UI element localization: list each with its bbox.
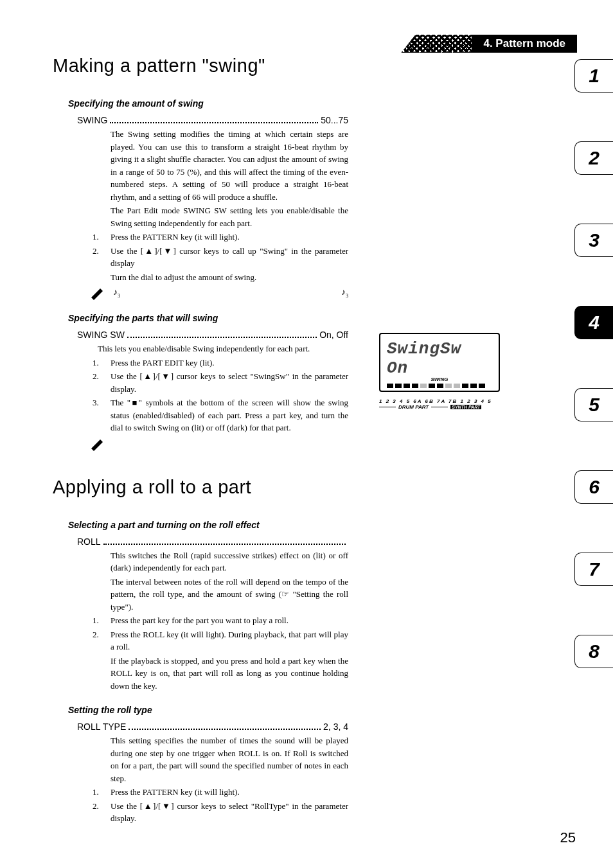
body-text: The interval between notes of the roll w… — [111, 576, 348, 614]
step-text: Press the PATTERN key (it will light). — [111, 231, 348, 244]
param-value: 50...75 — [321, 115, 348, 125]
section-title-roll: Applying a roll to a part — [53, 477, 348, 498]
leader-dots — [103, 544, 346, 545]
leader-dots — [127, 337, 317, 338]
step-text: The "■" symbols at the bottom of the scr… — [111, 396, 348, 434]
decorative-checker — [401, 35, 472, 53]
part-labels: DRUM PART SYNTH PART — [379, 404, 500, 410]
step-num: 1. — [93, 786, 111, 799]
param-value: On, Off — [319, 330, 348, 340]
tab-8[interactable]: 8 — [574, 635, 613, 668]
step-num — [93, 271, 111, 284]
main-column: Making a pattern "swing" Specifying the … — [53, 55, 348, 826]
param-swing: SWING 50...75 — [77, 115, 348, 125]
step-text: Press the PATTERN key (it will light). — [111, 786, 348, 799]
param-swing-sw: SWING SW On, Off — [77, 330, 348, 340]
body-text: This switches the Roll (rapid successive… — [111, 549, 348, 574]
leader-dots — [110, 122, 318, 123]
step-text: Press the part key for the part you want… — [111, 614, 348, 627]
chapter-tabs: 1 2 3 4 5 6 7 8 — [574, 59, 613, 717]
part-numbers: 1 2 3 4 5 6A 6B 7A 7B 1 2 3 4 5 — [379, 398, 500, 404]
note-icon — [90, 438, 107, 451]
tab-3[interactable]: 3 — [574, 224, 613, 257]
step-num: 2. — [93, 245, 111, 270]
page-number: 25 — [560, 829, 576, 846]
param-roll: ROLL — [77, 536, 348, 547]
body-text: The Swing setting modifies the timing at… — [111, 128, 348, 203]
step-num: 1. — [93, 357, 111, 369]
lcd-part-numbers: 1 2 3 4 5 6A 6B 7A 7B 1 2 3 4 5 DRUM PAR… — [379, 398, 500, 410]
param-roll-type: ROLL TYPE 2, 3, 4 — [77, 722, 348, 732]
leader-dots — [129, 729, 321, 730]
step-num: 1. — [93, 231, 111, 244]
lcd-line2: On — [387, 359, 492, 378]
step-list: 1.Press the PART EDIT key (lit). 2.Use t… — [93, 357, 348, 434]
lcd-display: SwingSw On SWING — [379, 333, 500, 392]
note-icon — [90, 287, 107, 300]
step-num: 1. — [93, 614, 111, 627]
step-list: 1.Press the PATTERN key (it will light).… — [93, 231, 348, 283]
tab-6[interactable]: 6 — [574, 470, 613, 504]
body-text: The Part Edit mode SWING SW setting lets… — [111, 204, 348, 229]
step-num: 3. — [93, 396, 111, 434]
step-list: 1.Press the part key for the part you wa… — [93, 614, 348, 653]
drum-part-label: DRUM PART — [398, 404, 429, 410]
param-label: SWING — [77, 115, 107, 125]
param-label: SWING SW — [77, 330, 125, 340]
step-num: 2. — [93, 628, 111, 653]
tab-4[interactable]: 4 — [574, 306, 613, 339]
mode-title: 4. Pattern mode — [472, 35, 577, 53]
step-list: 1.Press the PATTERN key (it will light).… — [93, 786, 348, 825]
param-value: 2, 3, 4 — [323, 722, 348, 732]
step-text: Turn the dial to adjust the amount of sw… — [111, 271, 348, 284]
synth-part-label: SYNTH PART — [450, 405, 481, 409]
triplet-icon: ♪3 — [113, 287, 120, 299]
section-title-swing: Making a pattern "swing" — [53, 55, 348, 76]
body-text: This lets you enable/disable Swing indep… — [98, 342, 348, 355]
subhead-roll-type: Setting the roll type — [68, 705, 348, 715]
lcd-line1: SwingSw — [387, 339, 492, 359]
step-text: Use the [▲]/[▼] cursor keys to call up "… — [111, 245, 348, 270]
subhead-roll-select: Selecting a part and turning on the roll… — [68, 520, 348, 530]
step-text: Use the [▲]/[▼] cursor keys to select "R… — [111, 800, 348, 825]
chapter-header: 4. Pattern mode — [401, 35, 577, 53]
tab-5[interactable]: 5 — [574, 388, 613, 421]
tab-2[interactable]: 2 — [574, 141, 613, 175]
note-row: ♪3 ♪3 — [90, 287, 348, 300]
step-num: 2. — [93, 370, 111, 395]
lcd-part-blocks — [387, 384, 492, 388]
param-label: ROLL TYPE — [77, 722, 126, 732]
step-text: Press the PART EDIT key (lit). — [111, 357, 348, 369]
subhead-swing-amount: Specifying the amount of swing — [68, 98, 348, 109]
step-text: Press the ROLL key (it will light). Duri… — [111, 628, 348, 653]
note-row — [90, 438, 348, 451]
step-num: 2. — [93, 800, 111, 825]
tab-1[interactable]: 1 — [574, 59, 613, 93]
body-text: This setting specifies the number of tim… — [111, 734, 348, 784]
param-label: ROLL — [77, 536, 101, 547]
triplet-icon: ♪3 — [341, 287, 348, 299]
body-text: If the playback is stopped, and you pres… — [111, 655, 348, 693]
subhead-swing-parts: Specifying the parts that will swing — [68, 313, 348, 323]
step-text: Use the [▲]/[▼] cursor keys to select "S… — [111, 370, 348, 395]
tab-7[interactable]: 7 — [574, 553, 613, 586]
